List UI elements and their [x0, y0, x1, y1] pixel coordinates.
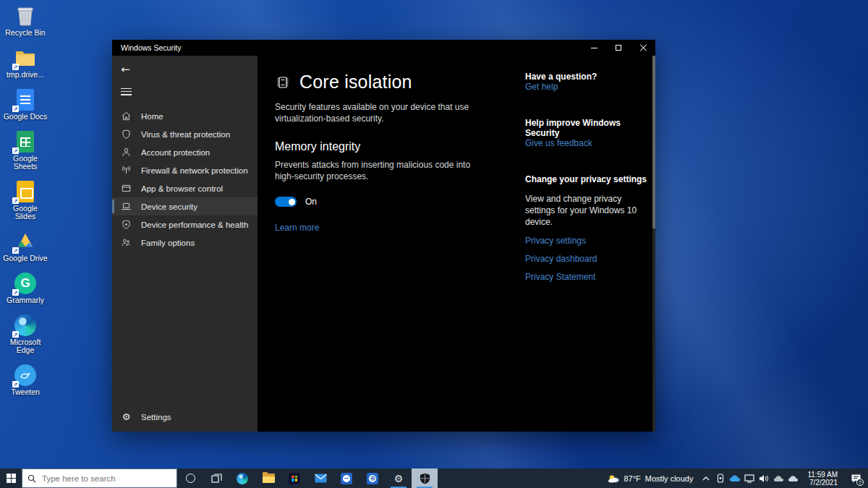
- weather-widget[interactable]: 87°F Mostly cloudy: [602, 474, 699, 483]
- sidebar-nav: Home Virus & threat protection Account p…: [112, 107, 258, 252]
- core-isolation-chip-icon: [275, 74, 291, 90]
- sidebar-item-device-security[interactable]: Device security: [112, 197, 258, 215]
- desktop-icon-google-docs[interactable]: ↗ Google Docs: [1, 88, 49, 121]
- shortcut-arrow-icon: ↗: [12, 289, 19, 296]
- gear-icon: ⚙: [394, 473, 404, 484]
- privacy-statement-link[interactable]: Privacy Statement: [525, 272, 652, 282]
- sidebar-item-device-performance-health[interactable]: Device performance & health: [112, 215, 258, 234]
- window-title: Windows Security: [112, 43, 181, 52]
- desktop-icon-tweeten[interactable]: ↗ Tweeten: [1, 364, 49, 396]
- pinned-app-circle-button[interactable]: [333, 468, 359, 488]
- task-view-icon: [211, 474, 222, 483]
- desktop-icon-label: Google Drive: [3, 254, 47, 262]
- heart-shield-icon: [121, 219, 132, 230]
- taskbar-search-box[interactable]: [22, 468, 177, 488]
- sidebar-item-settings[interactable]: ⚙ Settings: [112, 408, 258, 426]
- chevron-up-icon: [702, 476, 710, 481]
- sidebar-item-label: Account protection: [141, 148, 210, 157]
- meet-now-button[interactable]: [713, 468, 728, 488]
- maximize-button[interactable]: [606, 40, 631, 56]
- onedrive-button[interactable]: [728, 468, 742, 488]
- show-hidden-icons-button[interactable]: [699, 468, 713, 488]
- desktop-icon-label: tmp.drive...: [7, 71, 44, 79]
- toggle-state-label: On: [305, 197, 317, 207]
- desktop-icon-google-drive[interactable]: ↗ Google Drive: [1, 230, 49, 262]
- back-button[interactable]: ←: [121, 63, 258, 76]
- desktop-icon-label: Tweeten: [11, 388, 40, 396]
- sidebar-item-firewall-network-protection[interactable]: Firewall & network protection: [112, 161, 258, 179]
- volume-icon: [759, 474, 769, 483]
- sidebar-item-account-protection[interactable]: Account protection: [112, 143, 258, 161]
- circle-app-icon: [341, 473, 352, 484]
- window-titlebar[interactable]: Windows Security: [112, 40, 655, 56]
- search-input[interactable]: [42, 474, 158, 483]
- memory-integrity-description: Prevents attacks from inserting maliciou…: [275, 159, 485, 182]
- cortana-button[interactable]: [177, 468, 203, 488]
- action-center-button[interactable]: 7: [843, 468, 868, 488]
- windows-security-app-button[interactable]: [412, 468, 438, 488]
- network-button[interactable]: [742, 468, 757, 488]
- memory-integrity-toggle[interactable]: [275, 197, 297, 207]
- close-button[interactable]: [631, 40, 655, 56]
- maximize-icon: [616, 45, 621, 51]
- clock[interactable]: 11:59 AM 7/2/2021: [800, 471, 843, 487]
- sidebar-item-family-options[interactable]: Family options: [112, 234, 258, 252]
- privacy-settings-link[interactable]: Privacy settings: [525, 236, 652, 246]
- desktop-icon-grammarly[interactable]: G ↗ Grammarly: [1, 272, 49, 304]
- taskbar-edge-button[interactable]: [229, 468, 255, 488]
- desktop-icon-label: Google Slides: [2, 205, 48, 221]
- pinned-app-globe-button[interactable]: [359, 468, 386, 488]
- give-feedback-link[interactable]: Give us feedback: [525, 138, 652, 148]
- clock-date: 7/2/2021: [807, 479, 838, 487]
- microsoft-store-button[interactable]: [281, 468, 307, 488]
- file-explorer-button[interactable]: [255, 468, 281, 488]
- edge-icon: ↗: [14, 314, 37, 337]
- privacy-dashboard-link[interactable]: Privacy dashboard: [525, 254, 652, 264]
- home-icon: [121, 111, 132, 121]
- minimize-button[interactable]: [582, 40, 606, 56]
- cloud-icon: [773, 475, 784, 482]
- cloud-sync-button-1[interactable]: [771, 468, 786, 488]
- volume-button[interactable]: [757, 468, 771, 488]
- privacy-settings-text: View and change privacy settings for you…: [525, 193, 652, 228]
- settings-app-button[interactable]: ⚙: [386, 468, 412, 488]
- desktop-icon-label: Google Sheets: [2, 155, 48, 171]
- scrollbar[interactable]: [652, 56, 655, 432]
- search-icon: [27, 474, 36, 483]
- mail-icon: [315, 474, 327, 483]
- folder-icon: ↗: [14, 46, 37, 69]
- sidebar-item-label: Device security: [141, 202, 197, 211]
- desktop-icon-tmp-drive[interactable]: ↗ tmp.drive...: [1, 46, 49, 79]
- clock-time: 11:59 AM: [807, 471, 838, 479]
- shortcut-arrow-icon: ↗: [12, 147, 19, 154]
- sidebar-item-label: Home: [141, 112, 163, 121]
- onedrive-cloud-icon: [729, 474, 741, 482]
- sidebar-item-label: Family options: [141, 239, 195, 247]
- shortcut-arrow-icon: ↗: [12, 106, 19, 112]
- menu-button[interactable]: [121, 86, 132, 97]
- desktop-icon-microsoft-edge[interactable]: ↗ Microsoft Edge: [1, 314, 49, 354]
- start-button[interactable]: [0, 468, 22, 488]
- desktop-icon-label: Grammarly: [7, 296, 44, 304]
- desktop-icon-google-sheets[interactable]: ↗ Google Sheets: [1, 130, 49, 171]
- edge-icon: [237, 473, 248, 484]
- google-sheets-icon: ↗: [14, 130, 37, 153]
- sidebar-item-home[interactable]: Home: [112, 107, 258, 125]
- get-help-link[interactable]: Get help: [525, 82, 652, 92]
- security-sidebar: ← Home Virus & threat protection Account…: [112, 56, 258, 432]
- desktop-icon-label: Recycle Bin: [5, 29, 45, 37]
- learn-more-link[interactable]: Learn more: [275, 223, 319, 233]
- task-view-button[interactable]: [203, 468, 229, 488]
- desktop-icon-recycle-bin[interactable]: Recycle Bin: [1, 4, 49, 37]
- desktop-icon-google-slides[interactable]: ↗ Google Slides: [1, 180, 49, 221]
- sidebar-item-virus-threat-protection[interactable]: Virus & threat protection: [112, 125, 258, 143]
- sidebar-item-label: Settings: [141, 413, 171, 421]
- cloud-sync-button-2[interactable]: [786, 468, 800, 488]
- desktop-icon-label: Microsoft Edge: [2, 338, 48, 354]
- mail-button[interactable]: [307, 468, 333, 488]
- sidebar-item-label: Firewall & network protection: [141, 166, 248, 175]
- page-title: Core isolation: [299, 72, 412, 93]
- google-slides-icon: ↗: [14, 180, 37, 203]
- minimize-icon: [591, 48, 597, 48]
- sidebar-item-app-browser-control[interactable]: App & browser control: [112, 179, 258, 197]
